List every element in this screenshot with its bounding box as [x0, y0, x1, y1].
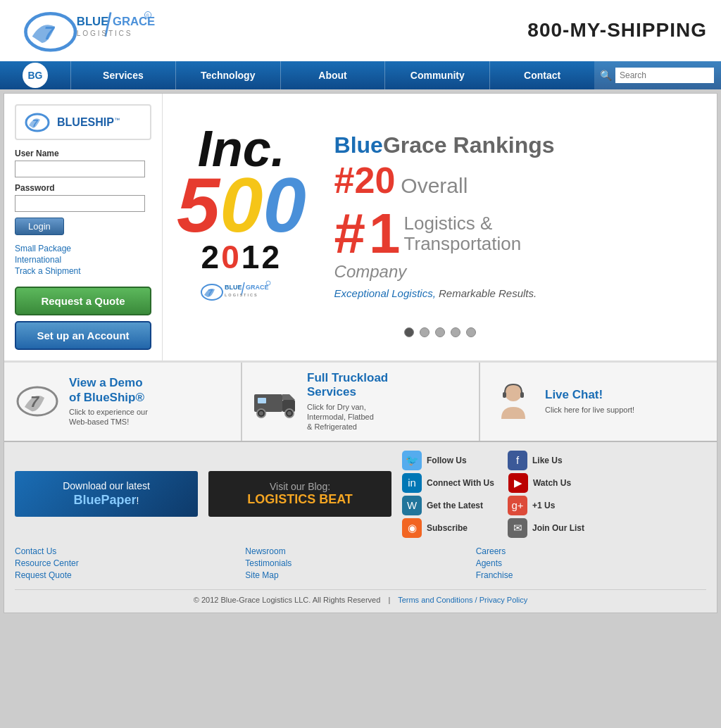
demo-icon: 7 — [13, 379, 62, 425]
contact-us-link[interactable]: Contact Us — [15, 546, 245, 556]
plus1-label: +1 Us — [532, 501, 555, 510]
nav-item-services[interactable]: Services — [70, 61, 175, 89]
dot-4[interactable] — [451, 327, 460, 337]
social-youtube[interactable]: ▶ Watch Us — [508, 473, 600, 493]
testimonials-link[interactable]: Testimonials — [245, 558, 475, 568]
feature-banners: 7 View a Demoof BlueShip® Click to exper… — [4, 360, 717, 441]
svg-text:BLUE: BLUE — [225, 284, 242, 291]
social-rss[interactable]: ◉ Subscribe — [402, 518, 494, 538]
connect-us-label: Connect With Us — [427, 478, 494, 488]
social-wordpress[interactable]: W Get the Latest — [402, 496, 494, 515]
search-area: 🔍 — [594, 61, 721, 89]
footer-top: Download our latest BluePaper! Visit our… — [15, 451, 706, 538]
feature-truckload[interactable]: Full TruckloadServices Click for Dry van… — [242, 363, 480, 441]
main-content: 7 BLUESHIP™ User Name Password Login Sma… — [4, 93, 717, 613]
track-shipment-link[interactable]: Track a Shipment — [15, 266, 151, 276]
dot-3[interactable] — [435, 327, 445, 337]
year-2-b: 2 — [261, 239, 282, 275]
bluepaper-banner[interactable]: Download our latest BluePaper! — [15, 471, 198, 517]
company-logo: 7 BLUE GRACE ® LOGISTICS — [14, 7, 155, 53]
inc500-graphic: Inc. 5 0 0 2012 7 — [177, 126, 306, 305]
follow-us-label: Follow Us — [427, 456, 467, 465]
banner-dots — [404, 327, 476, 337]
rank-1: 1 — [369, 206, 401, 262]
social-gplus[interactable]: g+ +1 Us — [508, 496, 599, 515]
svg-rect-20 — [258, 398, 266, 403]
livechat-title: Live Chat! — [545, 388, 634, 402]
rank-grace: Grace Rankings — [383, 132, 555, 158]
social-row-2: in Connect With Us ▶ Watch Us — [402, 473, 706, 493]
setup-account-button[interactable]: Set up an Account — [15, 321, 151, 350]
truckload-title: Full TruckloadServices — [307, 371, 388, 400]
sitemap-link[interactable]: Site Map — [245, 570, 475, 580]
dot-5[interactable] — [466, 327, 476, 337]
footer: Download our latest BluePaper! Visit our… — [4, 441, 717, 613]
rankings-box: BlueGrace Rankings #20 Overall # 1 Logis… — [320, 132, 703, 299]
inc-numbers: 5 0 0 — [177, 172, 306, 238]
bluepaper-text: Download our latest BluePaper! — [63, 479, 150, 509]
request-quote-button[interactable]: Request a Quote — [15, 287, 151, 315]
username-input[interactable] — [15, 161, 145, 177]
nav-item-community[interactable]: Community — [384, 61, 489, 89]
feature-demo[interactable]: 7 View a Demoof BlueShip® Click to exper… — [4, 363, 242, 441]
international-link[interactable]: International — [15, 255, 151, 265]
blueship-logo: 7 BLUESHIP™ — [15, 104, 151, 140]
year-2: 2 — [201, 239, 222, 275]
rank-desc-box: Logistics & Transportation — [404, 213, 522, 253]
twitter-icon: 🐦 — [402, 451, 422, 470]
username-label: User Name — [15, 149, 151, 158]
get-latest-label: Get the Latest — [427, 501, 483, 510]
social-email[interactable]: ✉ Join Our List — [508, 518, 599, 538]
gplus-icon: g+ — [508, 496, 527, 515]
search-icon: 🔍 — [600, 70, 612, 81]
small-package-link[interactable]: Small Package — [15, 244, 151, 253]
rank-title: BlueGrace Rankings — [334, 132, 703, 158]
banner-area: Inc. 5 0 0 2012 7 — [163, 94, 717, 360]
login-form: User Name Password Login — [15, 149, 151, 244]
login-button[interactable]: Login — [15, 218, 64, 235]
svg-text:7: 7 — [30, 393, 40, 410]
wordpress-icon: W — [402, 496, 422, 515]
franchise-link[interactable]: Franchise — [476, 570, 706, 580]
rank-company: Company — [334, 262, 703, 282]
footer-col-2: Newsroom Testimonials Site Map — [245, 546, 475, 582]
social-twitter[interactable]: 🐦 Follow Us — [402, 451, 494, 470]
careers-link[interactable]: Careers — [476, 546, 706, 556]
left-panel: 7 BLUESHIP™ User Name Password Login Sma… — [4, 94, 163, 360]
nav-item-technology[interactable]: Technology — [175, 61, 280, 89]
newsroom-link[interactable]: Newsroom — [245, 546, 475, 556]
social-links: 🐦 Follow Us f Like Us in Connect With Us… — [402, 451, 706, 538]
rank-20-line: #20 Overall — [334, 162, 703, 199]
svg-text:LOGISTICS: LOGISTICS — [225, 293, 258, 297]
svg-text:7: 7 — [32, 118, 39, 129]
search-input[interactable] — [615, 68, 714, 83]
password-input[interactable] — [15, 195, 145, 212]
dot-1[interactable] — [404, 327, 414, 337]
blog-visit-text: Visit our Blog: — [270, 481, 330, 492]
feature-livechat[interactable]: Live Chat! Click here for live support! — [480, 363, 717, 441]
agents-link[interactable]: Agents — [476, 558, 706, 568]
nav-logo[interactable]: BG — [0, 61, 70, 89]
footer-col-1: Contact Us Resource Center Request Quote — [15, 546, 245, 582]
nav-item-contact[interactable]: Contact — [489, 61, 594, 89]
copyright-text: © 2012 Blue-Grace Logistics LLC. All Rig… — [194, 596, 381, 604]
page-header: 7 BLUE GRACE ® LOGISTICS 800-MY-SHIPPING — [0, 0, 721, 60]
resource-center-link[interactable]: Resource Center — [15, 558, 245, 568]
request-quote-link[interactable]: Request Quote — [15, 570, 245, 580]
social-facebook[interactable]: f Like Us — [508, 451, 599, 470]
rank-20: #20 — [334, 162, 396, 199]
nav-logo-circle: BG — [23, 63, 48, 88]
footer-bottom: © 2012 Blue-Grace Logistics LLC. All Rig… — [15, 589, 706, 604]
rank-blue: Blue — [334, 132, 383, 158]
year-0: 0 — [221, 239, 242, 275]
tagline: Exceptional Logistics, Remarkable Result… — [334, 287, 703, 299]
blog-banner[interactable]: Visit our Blog: LOGISTICS BEAT — [208, 471, 391, 517]
terms-link[interactable]: Terms and Conditions / Privacy Policy — [398, 596, 527, 604]
bluegrace-logo-small: 7 BLUE GRACE LOGISTICS — [177, 280, 306, 306]
social-linkedin[interactable]: in Connect With Us — [402, 473, 494, 493]
truckload-text: Full TruckloadServices Click for Dry van… — [307, 371, 388, 432]
dot-2[interactable] — [420, 327, 430, 337]
nav-item-about[interactable]: About — [280, 61, 385, 89]
rank-overall: Overall — [401, 174, 468, 198]
num-0-yellow: 0 — [220, 172, 263, 238]
